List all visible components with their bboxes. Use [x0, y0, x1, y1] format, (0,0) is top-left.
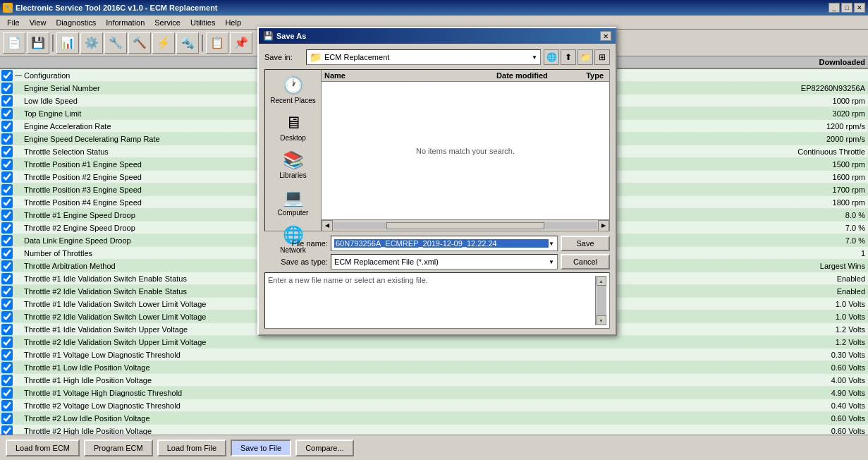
- save-button[interactable]: Save: [561, 236, 610, 251]
- scrollbar-track[interactable]: [334, 222, 597, 229]
- save-in-label: Save in:: [264, 53, 303, 61]
- file-col-date-header: Date modified: [436, 71, 547, 80]
- folder-icon: 📁: [310, 52, 322, 63]
- file-name-dropdown-arrow[interactable]: ▼: [549, 241, 554, 247]
- browser-area: 🕐 Recent Places 🖥 Desktop 📚 Libraries 💻 …: [264, 69, 610, 231]
- file-name-label: File name:: [264, 239, 328, 248]
- dialog-close-button[interactable]: ✕: [600, 31, 611, 41]
- dialog-body: Save in: 📁 ECM Replacement ▼ 🌐 ⬆ 📁 ⊞: [259, 44, 616, 334]
- file-name-input[interactable]: 60N793256A_ECMREP_2019-12-09_12.22.24 ▼: [331, 236, 558, 251]
- computer-icon: 💻: [283, 188, 304, 207]
- file-name-value: 60N793256A_ECMREP_2019-12-09_12.22.24: [334, 239, 549, 248]
- cancel-button[interactable]: Cancel: [561, 254, 610, 270]
- nav-item-recent-label: Recent Places: [270, 97, 315, 104]
- save-as-type-value: ECM Replacement File (*.xml): [334, 258, 549, 266]
- nav-item-computer[interactable]: 💻 Computer: [268, 185, 319, 219]
- dialog-title-text: Save As: [276, 32, 306, 40]
- nav-up-button[interactable]: ⬆: [561, 49, 576, 65]
- description-text: Enter a new file name or select an exist…: [268, 276, 595, 325]
- save-as-type-label: Save as type:: [264, 258, 328, 266]
- nav-item-desktop-label: Desktop: [280, 134, 306, 142]
- dialog-title-bar: 💾 Save As ✕: [259, 28, 616, 44]
- save-as-type-select[interactable]: ECM Replacement File (*.xml) ▼: [331, 254, 558, 270]
- desc-scroll-up-arrow[interactable]: ▲: [597, 276, 606, 286]
- file-list-area: Name Date modified Type No items match y…: [322, 70, 609, 231]
- desc-scroll-track[interactable]: [597, 286, 606, 315]
- save-in-row: Save in: 📁 ECM Replacement ▼ 🌐 ⬆ 📁 ⊞: [264, 49, 610, 65]
- nav-item-computer-label: Computer: [278, 209, 309, 217]
- nav-item-libraries[interactable]: 📚 Libraries: [268, 147, 319, 182]
- nav-new-folder-button[interactable]: 📁: [577, 49, 593, 65]
- scrollbar-left-arrow[interactable]: ◀: [322, 220, 333, 231]
- save-in-nav-buttons: 🌐 ⬆ 📁 ⊞: [544, 49, 610, 65]
- nav-item-libraries-label: Libraries: [279, 171, 306, 179]
- file-list-scrollbar[interactable]: ◀ ▶: [322, 219, 609, 231]
- description-area: Enter a new file name or select an exist…: [264, 272, 610, 329]
- file-col-name-header: Name: [324, 71, 436, 80]
- scrollbar-thumb[interactable]: [386, 222, 544, 229]
- scrollbar-right-arrow[interactable]: ▶: [598, 220, 609, 231]
- file-list-header: Name Date modified Type: [322, 70, 609, 82]
- nav-view-button[interactable]: ⊞: [594, 49, 610, 65]
- dialog-overlay: 💾 Save As ✕ Save in: 📁 ECM Replacement ▼…: [0, 0, 868, 460]
- desc-scroll-down-arrow[interactable]: ▼: [597, 315, 606, 325]
- nav-item-recent[interactable]: 🕐 Recent Places: [268, 73, 319, 107]
- save-as-dialog: 💾 Save As ✕ Save in: 📁 ECM Replacement ▼…: [257, 27, 617, 336]
- file-list-empty-message: No items match your search.: [322, 82, 609, 219]
- desktop-icon: 🖥: [285, 113, 302, 133]
- save-as-type-dropdown-arrow[interactable]: ▼: [549, 259, 554, 265]
- recent-icon: 🕐: [283, 75, 304, 95]
- save-in-select[interactable]: 📁 ECM Replacement ▼: [306, 49, 541, 65]
- description-scrollbar[interactable]: ▲ ▼: [595, 276, 606, 325]
- save-in-dropdown-arrow[interactable]: ▼: [532, 54, 537, 61]
- nav-item-desktop[interactable]: 🖥 Desktop: [268, 110, 319, 145]
- save-in-folder-name: ECM Replacement: [324, 53, 529, 61]
- dialog-title-icon: 💾: [263, 31, 274, 41]
- left-nav-panel: 🕐 Recent Places 🖥 Desktop 📚 Libraries 💻 …: [265, 70, 322, 231]
- file-col-type-header: Type: [548, 71, 606, 80]
- libraries-icon: 📚: [283, 150, 304, 170]
- nav-back-button[interactable]: 🌐: [544, 49, 559, 65]
